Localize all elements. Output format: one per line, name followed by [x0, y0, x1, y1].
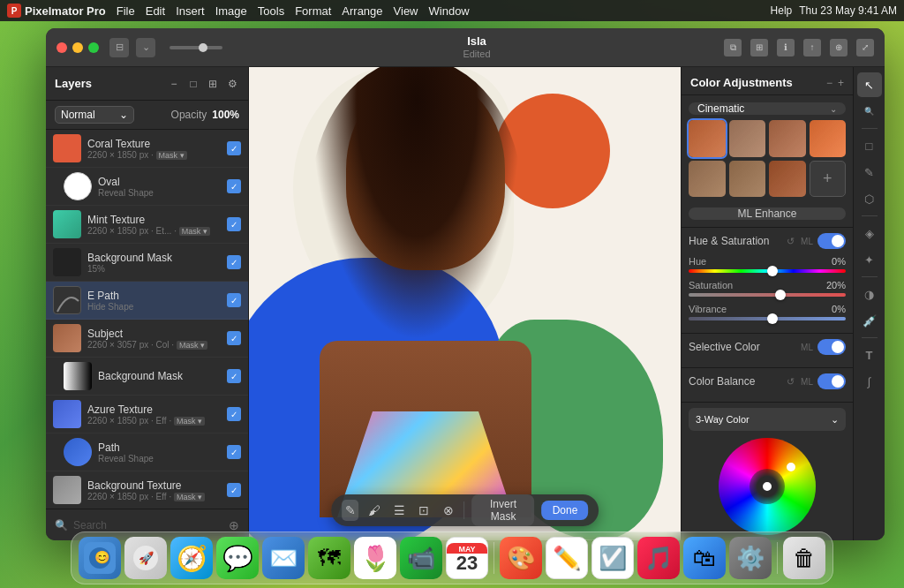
- hue-saturation-toggle[interactable]: [817, 233, 846, 249]
- share-icon[interactable]: ⧉: [724, 39, 742, 57]
- dock-messages[interactable]: 💬: [216, 537, 259, 579]
- layer-item[interactable]: E Path Hide Shape ✓: [46, 282, 248, 320]
- layer-visibility[interactable]: ✓: [227, 141, 241, 155]
- dock-freeform[interactable]: ✏️: [546, 537, 588, 579]
- dock-mail[interactable]: ✉️: [262, 537, 305, 579]
- zoom-tool-button[interactable]: 🔍: [857, 99, 882, 124]
- preset-thumb-1[interactable]: [689, 120, 726, 157]
- dock-maps[interactable]: 🗺: [308, 537, 350, 579]
- script-tool-button[interactable]: ∫: [857, 369, 882, 394]
- clone-tool-button[interactable]: ◈: [857, 221, 882, 245]
- dock-settings[interactable]: ⚙️: [729, 537, 772, 579]
- layer-item[interactable]: Mint Texture 2260 × 1850 px · Et... · Ma…: [46, 206, 248, 244]
- cursor-tool-button[interactable]: ↖: [857, 72, 882, 97]
- info-icon[interactable]: ℹ: [777, 39, 795, 57]
- layer-visibility[interactable]: ✓: [227, 179, 241, 193]
- fullscreen-icon[interactable]: ⤢: [856, 39, 874, 57]
- preset-thumb-3[interactable]: [769, 120, 806, 157]
- wheel-outer-cursor[interactable]: [787, 463, 795, 471]
- eyedropper-tool-button[interactable]: 💉: [857, 308, 882, 333]
- preset-thumb-2[interactable]: [729, 120, 766, 157]
- text-tool-button[interactable]: T: [857, 343, 882, 367]
- menu-help[interactable]: Help: [771, 4, 793, 17]
- close-circle-icon[interactable]: ⊗: [440, 500, 457, 521]
- menu-file[interactable]: File: [117, 4, 135, 18]
- preset-thumb-7[interactable]: [769, 161, 806, 198]
- cb-reset-icon[interactable]: ↺: [784, 376, 796, 388]
- dock-calendar[interactable]: MAY 23: [446, 537, 488, 579]
- layer-visibility[interactable]: ✓: [227, 255, 241, 269]
- brush-icon[interactable]: 🖌: [365, 500, 383, 521]
- menu-format[interactable]: Format: [295, 4, 331, 18]
- menu-edit[interactable]: Edit: [146, 4, 165, 18]
- color-wheel[interactable]: [719, 438, 816, 535]
- done-button[interactable]: Done: [542, 501, 589, 520]
- hue-slider-thumb[interactable]: [767, 266, 778, 276]
- menu-view[interactable]: View: [394, 4, 418, 18]
- layer-visibility[interactable]: ✓: [227, 293, 241, 307]
- pencil-icon[interactable]: ✎: [342, 500, 359, 521]
- wheel-center-cursor[interactable]: [763, 482, 772, 491]
- layer-visibility[interactable]: ✓: [227, 217, 241, 231]
- layer-item[interactable]: Coral Texture 2260 × 1850 px · Mask ▾ ✓: [46, 130, 248, 168]
- preset-thumb-6[interactable]: [729, 161, 766, 198]
- mask-icon[interactable]: ⊡: [415, 500, 433, 521]
- minimize-button[interactable]: [72, 42, 83, 53]
- preset-dropdown[interactable]: Cinematic ⌄: [689, 102, 846, 115]
- layers-group-icon[interactable]: ⊞: [206, 78, 220, 90]
- menu-image[interactable]: Image: [215, 4, 247, 18]
- panel-add-icon[interactable]: +: [838, 77, 844, 89]
- hue-slider-track[interactable]: [689, 269, 846, 273]
- vibrance-slider-track[interactable]: [689, 317, 846, 320]
- vibrance-slider-thumb[interactable]: [767, 313, 778, 324]
- layer-visibility[interactable]: ✓: [227, 483, 241, 497]
- maximize-button[interactable]: [88, 42, 99, 53]
- panel-minus-icon[interactable]: −: [826, 77, 832, 89]
- close-button[interactable]: [56, 42, 67, 53]
- dock-reminders[interactable]: ☑️: [591, 537, 634, 579]
- preset-thumb-4[interactable]: [810, 120, 847, 157]
- export-icon[interactable]: ↑: [803, 39, 821, 57]
- saturation-slider-track[interactable]: [689, 293, 846, 297]
- menu-tools[interactable]: Tools: [258, 4, 284, 18]
- layer-item[interactable]: Oval Reveal Shape ✓: [46, 168, 248, 206]
- menu-insert[interactable]: Insert: [176, 4, 205, 18]
- zoom-slider[interactable]: [170, 46, 222, 49]
- dock-appstore[interactable]: 🛍: [683, 537, 726, 579]
- canvas-area[interactable]: ✎ 🖌 ☰ ⊡ ⊗ Invert Mask Done: [249, 67, 681, 540]
- repair-tool-button[interactable]: ✦: [857, 247, 882, 272]
- layer-visibility[interactable]: ✓: [227, 407, 241, 421]
- dock-finder[interactable]: 😊: [79, 537, 121, 579]
- layer-item[interactable]: Subject 2260 × 3057 px · Col · Mask ▾ ✓: [46, 320, 248, 358]
- selective-color-toggle[interactable]: [817, 339, 846, 355]
- add-layer-icon[interactable]: ⊕: [229, 518, 239, 532]
- add-preset-button[interactable]: +: [810, 161, 847, 198]
- invert-mask-button[interactable]: Invert Mask: [471, 494, 534, 526]
- layers-add-icon[interactable]: □: [186, 78, 200, 90]
- layer-item[interactable]: Path Reveal Shape ✓: [46, 433, 248, 471]
- dock-trash[interactable]: 🗑: [783, 537, 825, 579]
- more-icon[interactable]: ⊕: [830, 39, 848, 57]
- search-input[interactable]: Search: [73, 519, 223, 531]
- color-balance-toggle[interactable]: [817, 373, 846, 389]
- blend-mode-select[interactable]: Normal ⌄: [55, 106, 134, 124]
- gradient-tool-button[interactable]: ◑: [857, 282, 882, 306]
- dock-photos[interactable]: 🌷: [354, 537, 396, 579]
- layer-visibility[interactable]: ✓: [227, 369, 241, 383]
- shape-tool-button[interactable]: □: [857, 133, 882, 158]
- app-logo[interactable]: P Pixelmator Pro: [7, 4, 106, 18]
- chevron-icon[interactable]: ⌄: [136, 38, 155, 57]
- layers-icon[interactable]: ⊞: [750, 39, 768, 57]
- select-tool-button[interactable]: ⬡: [857, 186, 882, 211]
- layer-item[interactable]: Background Texture 2260 × 1850 px · Eff …: [46, 471, 248, 509]
- layer-visibility[interactable]: ✓: [227, 445, 241, 459]
- menu-window[interactable]: Window: [429, 4, 470, 18]
- list-icon[interactable]: ☰: [390, 500, 408, 521]
- layers-minus-icon[interactable]: −: [167, 78, 181, 90]
- paint-tool-button[interactable]: ✎: [857, 160, 882, 185]
- saturation-slider-thumb[interactable]: [775, 290, 786, 300]
- dock-facetime[interactable]: 📹: [400, 537, 442, 579]
- dock-music[interactable]: 🎵: [637, 537, 680, 579]
- dock-pixelmator[interactable]: 🎨: [500, 537, 542, 579]
- preset-thumb-5[interactable]: [689, 161, 726, 198]
